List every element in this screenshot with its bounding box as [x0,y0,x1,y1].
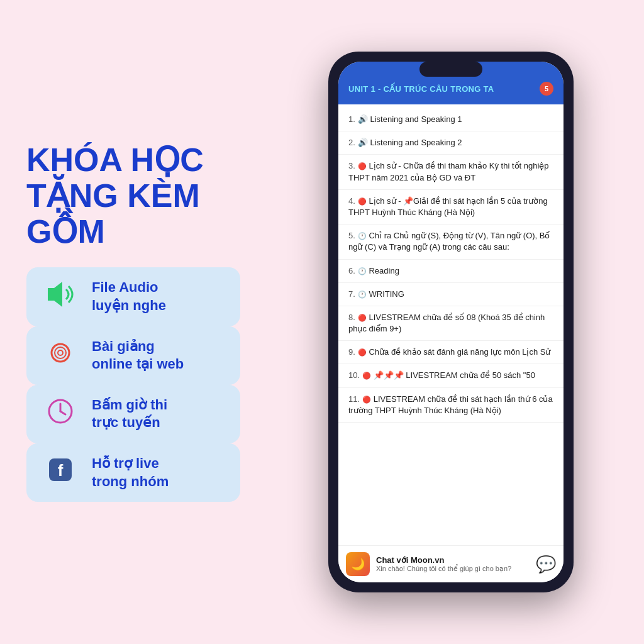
svg-text:f: f [58,461,64,480]
phone-badge: 5 [540,82,553,96]
lesson-num: 9. [348,347,355,357]
audio-icon: 🔊 [358,114,368,124]
phone-notch [419,62,482,77]
phone-wrapper: UNIT 1 - CẤU TRÚC CÂU TRONG TA 5 1.🔊 Lis… [284,52,618,592]
lesson-text: Chữa đề khảo sát đánh giá năng lực môn L… [369,347,550,357]
svg-point-3 [58,350,63,355]
feature-card-0: File Audio luyện nghe [26,267,240,326]
lesson-list: 1.🔊 Listening and Speaking 12.🔊 Listenin… [338,104,564,426]
chat-subtitle: Xin chào! Chúng tôi có thể giúp gì cho b… [376,565,530,573]
record-icon: 🔴 [362,396,371,403]
clock-icon: 🕐 [358,291,367,298]
record-icon: 🔴 [358,314,367,321]
feature-icon-0 [42,282,79,313]
lesson-num: 3. [348,161,355,170]
feature-card-1: Bài giảng online tại web [26,326,240,385]
lesson-text: Reading [369,266,399,275]
feature-text-2: Bấm giờ thi trực tuyến [92,396,167,432]
feature-icon-1 [42,340,79,371]
title-line1: KHÓA HỌC [26,142,204,178]
messenger-icon[interactable]: 💬 [536,555,556,574]
svg-line-6 [60,411,65,414]
lesson-num: 2. [348,138,355,147]
phone-mockup: UNIT 1 - CẤU TRÚC CÂU TRONG TA 5 1.🔊 Lis… [328,52,574,592]
record-icon: 🔴 [358,348,367,356]
title-line2: TẶNG KÈM GỒM [26,177,200,250]
lesson-text: Listening and Speaking 2 [370,138,462,147]
lesson-text: Chỉ ra Chủ ngữ (S), Động từ (V), Tân ngữ… [348,231,550,252]
phone-header-title: UNIT 1 - CẤU TRÚC CÂU TRONG TA [348,84,494,94]
lesson-item[interactable]: 10.🔴 📌📌📌 LIVESTREAM chữa đề 50 sách "50 [338,364,564,387]
chat-text-block: Chat với Moon.vn Xin chào! Chúng tôi có … [376,555,530,573]
audio-icon: 🔊 [358,138,368,147]
lesson-num: 4. [348,196,355,206]
lesson-item[interactable]: 2.🔊 Listening and Speaking 2 [338,131,564,155]
record-icon: 🔴 [358,162,367,170]
feature-card-3: fHỗ trợ live trong nhóm [26,443,240,502]
feature-cards-container: File Audio luyện ngheBài giảng online tạ… [26,267,240,502]
lesson-item[interactable]: 9.🔴 Chữa đề khảo sát đánh giá năng lực m… [338,341,564,364]
main-container: KHÓA HỌC TẶNG KÈM GỒM File Audio luyện n… [14,14,630,630]
lesson-num: 1. [348,114,355,124]
feature-icon-3: f [42,456,79,489]
lesson-item[interactable]: 5.🕐 Chỉ ra Chủ ngữ (S), Động từ (V), Tân… [338,225,564,259]
lesson-item[interactable]: 7.🕐 WRITING [338,283,564,306]
left-panel: KHÓA HỌC TẶNG KÈM GỒM File Audio luyện n… [26,142,265,502]
chat-title: Chat với Moon.vn [376,555,530,565]
lesson-item[interactable]: 8.🔴 LIVESTREAM chữa đề số 08 (Khoá 35 đề… [338,306,564,341]
feature-text-1: Bài giảng online tại web [92,338,184,374]
record-icon: 🔴 [362,372,371,379]
svg-marker-0 [48,282,62,307]
chat-bar[interactable]: 🌙 Chat với Moon.vn Xin chào! Chúng tôi c… [338,545,564,582]
clock-icon: 🕐 [358,267,367,275]
svg-point-2 [55,347,66,358]
lesson-item[interactable]: 3.🔴 Lịch sử - Chữa đề thi tham khảo Kỳ t… [338,155,564,189]
lesson-text: LIVESTREAM chữa đề thi sát hạch lần thứ … [348,394,553,415]
lesson-text: Lịch sử - Chữa đề thi tham khảo Kỳ thi t… [348,161,549,182]
lesson-item[interactable]: 6.🕐 Reading [338,260,564,283]
phone-screen: UNIT 1 - CẤU TRÚC CÂU TRONG TA 5 1.🔊 Lis… [338,62,564,582]
feature-text-3: Hỗ trợ live trong nhóm [92,455,169,491]
lesson-item[interactable]: 1.🔊 Listening and Speaking 1 [338,108,564,131]
lesson-num: 8. [348,313,355,322]
lesson-num: 10. [348,370,360,380]
lesson-text: 📌📌📌 LIVESTREAM chữa đề 50 sách "50 [374,370,535,380]
chat-avatar: 🌙 [346,552,370,576]
main-title: KHÓA HỌC TẶNG KÈM GỒM [26,142,265,250]
feature-text-0: File Audio luyện nghe [92,279,166,314]
lesson-text: Lịch sử - 📌Giải đề thi sát hạch lần 5 củ… [348,196,548,217]
lesson-num: 5. [348,231,355,240]
lesson-num: 11. [348,394,360,404]
phone-content[interactable]: 1.🔊 Listening and Speaking 12.🔊 Listenin… [338,104,564,545]
feature-card-2: Bấm giờ thi trực tuyến [26,385,240,443]
lesson-text: LIVESTREAM chữa đề số 08 (Khoá 35 đề chi… [348,313,545,333]
lesson-text: Listening and Speaking 1 [370,114,462,124]
lesson-item[interactable]: 11.🔴 LIVESTREAM chữa đề thi sát hạch lần… [338,388,564,423]
record-icon: 🔴 [358,197,367,205]
feature-icon-2 [42,397,79,431]
lesson-text: WRITING [369,289,404,299]
clock-icon: 🕐 [358,232,367,240]
lesson-item[interactable]: 4.🔴 Lịch sử - 📌Giải đề thi sát hạch lần … [338,190,564,225]
lesson-num: 7. [348,289,355,299]
lesson-num: 6. [348,266,355,275]
